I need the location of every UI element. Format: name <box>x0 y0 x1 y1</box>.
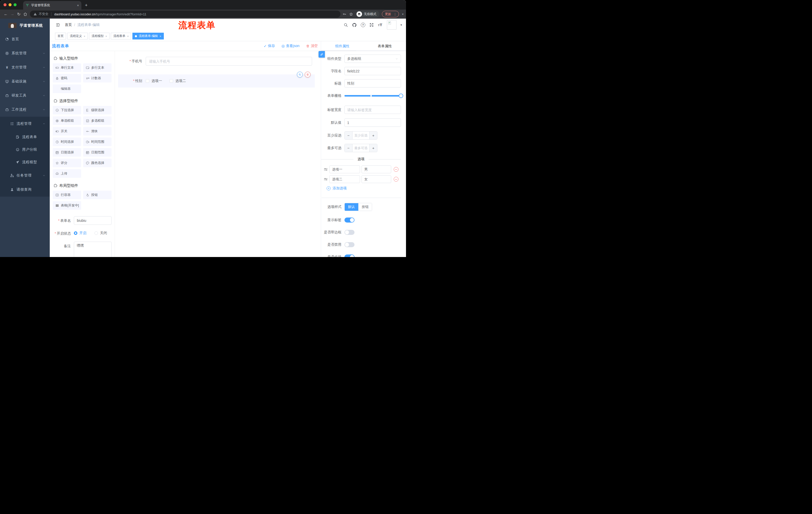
component-password[interactable]: 密码 <box>53 74 81 82</box>
component-time-range[interactable]: 时间范围 <box>83 138 112 146</box>
disabled-toggle[interactable] <box>344 242 354 247</box>
form-remark-textarea[interactable]: 嘿嘿 <box>74 242 112 257</box>
zoom-window-button[interactable] <box>13 3 17 6</box>
sidebar-item-workflow[interactable]: 工作流程 <box>0 103 50 117</box>
back-icon[interactable]: ← <box>2 12 9 16</box>
status-on-radio[interactable]: 开启 <box>74 231 86 235</box>
label-width-input[interactable] <box>345 108 401 112</box>
minimize-window-button[interactable] <box>8 3 11 6</box>
increase-button[interactable]: + <box>369 144 377 152</box>
close-icon[interactable]: × <box>127 35 128 38</box>
gender-option-1-checkbox[interactable]: 选项一 <box>146 79 162 83</box>
duplicate-field-button[interactable] <box>297 72 303 77</box>
component-date-range[interactable]: 日期范围 <box>83 148 112 157</box>
reload-icon[interactable]: ↻ <box>16 12 22 17</box>
component-switch[interactable]: 开关 <box>53 127 81 136</box>
tab-close-icon[interactable]: × <box>77 3 79 7</box>
field-name-input[interactable] <box>345 69 401 73</box>
github-icon[interactable] <box>352 23 357 27</box>
address-bar[interactable]: 不安全 dashboard.yudao.iocoder.cn/bpm/manag… <box>30 10 341 18</box>
component-type-select[interactable]: 多选框组 <box>344 55 401 63</box>
forward-icon[interactable]: → <box>9 12 16 16</box>
view-json-button[interactable]: ◎查看json <box>281 44 299 48</box>
bordered-toggle[interactable] <box>344 230 354 235</box>
update-button[interactable]: 更新 ⋮ <box>382 11 399 17</box>
user-avatar[interactable] <box>387 20 397 30</box>
close-icon[interactable]: × <box>84 35 85 38</box>
component-slider[interactable]: 滑块 <box>83 127 112 136</box>
sidebar-item-user-group[interactable]: 用户分组 <box>0 143 50 156</box>
min-select-input[interactable] <box>352 132 369 139</box>
sidebar-item-process-model[interactable]: 流程模型 <box>0 156 50 168</box>
collapse-sidebar-icon[interactable] <box>56 23 60 27</box>
sidebar-item-payment[interactable]: ¥支付管理 <box>0 60 50 75</box>
component-button[interactable]: 按钮 <box>83 191 112 199</box>
external-link-tag[interactable] <box>319 51 325 58</box>
decrease-button[interactable]: − <box>345 132 352 139</box>
new-tab-button[interactable]: + <box>85 3 88 8</box>
option-label-input[interactable] <box>329 165 360 173</box>
sidebar-item-task-mgmt[interactable]: 任务管理 <box>0 168 50 183</box>
font-size-icon[interactable] <box>378 22 383 27</box>
tag-process-model[interactable]: 流程模型× <box>89 33 109 39</box>
option-label-input[interactable] <box>329 175 360 183</box>
form-name-input[interactable] <box>74 216 112 225</box>
increase-button[interactable]: + <box>369 132 377 139</box>
sidebar-item-home[interactable]: 首页 <box>0 32 50 46</box>
component-cascader[interactable]: 级联选择 <box>83 106 112 114</box>
option-value-input[interactable] <box>361 175 391 183</box>
fullscreen-icon[interactable] <box>369 23 374 27</box>
sidebar-item-process-form[interactable]: 流程表单 <box>0 131 50 143</box>
form-canvas[interactable]: *手机号 *性别 选项一 选项二 <box>115 51 321 257</box>
browser-menu-icon[interactable]: ⋮ <box>394 12 397 16</box>
save-button[interactable]: ✓保存 <box>264 44 275 48</box>
component-dropdown[interactable]: 下拉选择 <box>53 106 81 114</box>
decrease-button[interactable]: − <box>345 144 352 152</box>
tag-process-form[interactable]: 流程表单× <box>111 33 131 39</box>
form-grid-slider[interactable] <box>344 95 401 97</box>
component-date-picker[interactable]: 日期选择 <box>53 148 81 157</box>
component-multi-line-text[interactable]: 多行文本 <box>83 63 112 72</box>
component-rate[interactable]: 评分 <box>53 159 81 167</box>
component-counter[interactable]: 计数器 <box>83 74 112 82</box>
component-single-line-text[interactable]: 单行文本 <box>53 63 81 72</box>
breadcrumb-home[interactable]: 首页 <box>65 23 72 27</box>
canvas-field-phone[interactable]: *手机号 <box>118 57 315 65</box>
slider-handle[interactable] <box>399 93 403 98</box>
chrome-caret-icon[interactable]: ▾ <box>402 12 404 16</box>
tag-home[interactable]: 首页 <box>55 33 66 39</box>
component-radio-group[interactable]: 单选框组 <box>53 116 81 125</box>
add-option-button[interactable]: + 添加选项 <box>327 186 401 191</box>
component-upload[interactable]: 上传 <box>53 169 81 178</box>
sidebar-item-leave-query[interactable]: 请假查询 <box>0 183 50 197</box>
not-secure-warning-icon[interactable] <box>33 12 37 16</box>
phone-input[interactable] <box>146 57 312 65</box>
title-input[interactable] <box>345 81 401 85</box>
tab-form-props[interactable]: 表单属性 <box>364 41 406 51</box>
close-icon[interactable]: × <box>105 35 107 38</box>
password-key-icon[interactable] <box>343 12 346 16</box>
option-value-input[interactable] <box>361 165 391 173</box>
sidebar-item-process-mgmt[interactable]: 流程管理 <box>0 117 50 131</box>
max-select-input[interactable] <box>352 144 369 152</box>
component-table[interactable]: 表格[开发中] <box>53 201 81 210</box>
component-editor[interactable]: 编辑器 <box>53 84 81 93</box>
tag-process-form-edit[interactable]: 流程表单-编辑× <box>133 33 164 39</box>
avatar-caret-icon[interactable]: ▾ <box>401 23 402 27</box>
status-off-radio[interactable]: 关闭 <box>94 231 107 235</box>
tag-process-definition[interactable]: 流程定义× <box>67 33 88 39</box>
drag-handle-icon[interactable] <box>324 177 328 181</box>
browser-tab[interactable]: 芋道管理系统 × <box>23 1 81 9</box>
required-toggle[interactable] <box>344 254 354 257</box>
style-button-button[interactable]: 按钮 <box>358 203 372 211</box>
tab-component-props[interactable]: 组件属性 <box>321 41 364 51</box>
component-row-container[interactable]: 行容器 <box>53 191 81 199</box>
close-window-button[interactable] <box>3 3 6 6</box>
sidebar-item-devtools[interactable]: 研发工具 <box>0 88 50 103</box>
search-icon[interactable] <box>343 23 348 27</box>
help-icon[interactable]: ? <box>361 23 365 27</box>
show-label-toggle[interactable] <box>344 218 354 222</box>
clear-button[interactable]: 清空 <box>306 44 318 48</box>
sidebar-item-system[interactable]: 系统管理 <box>0 46 50 60</box>
remove-option-button[interactable]: − <box>394 167 399 172</box>
